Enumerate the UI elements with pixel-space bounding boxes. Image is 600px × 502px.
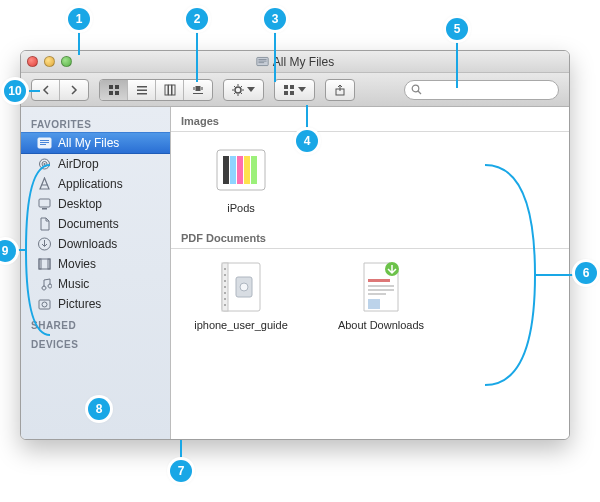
arrange-icon — [283, 84, 295, 96]
sidebar-item-desktop[interactable]: Desktop — [21, 194, 170, 214]
svg-rect-21 — [284, 91, 288, 95]
downloads-icon — [37, 237, 52, 251]
desktop-icon — [37, 197, 52, 211]
forward-button[interactable] — [60, 80, 88, 100]
file-item[interactable]: iphone_user_guide — [191, 259, 291, 331]
svg-rect-27 — [40, 140, 49, 141]
callout-line — [78, 30, 80, 55]
chevron-right-icon — [69, 85, 79, 95]
svg-rect-59 — [368, 279, 390, 282]
callout-9: 9 — [0, 240, 16, 262]
file-item[interactable]: About Downloads — [331, 259, 431, 331]
callout-5: 5 — [446, 18, 468, 40]
sidebar-item-label: Pictures — [58, 297, 101, 311]
svg-rect-11 — [165, 85, 168, 95]
svg-line-25 — [418, 91, 421, 94]
file-thumbnail — [213, 142, 269, 198]
callout-3: 3 — [264, 8, 286, 30]
svg-rect-15 — [193, 87, 195, 90]
list-icon — [136, 84, 148, 96]
zoom-button[interactable] — [61, 56, 72, 67]
svg-rect-62 — [368, 293, 386, 295]
arrange-menu-button[interactable] — [274, 79, 315, 101]
search-input[interactable] — [426, 84, 552, 96]
finder-window: All My Files — [20, 50, 570, 440]
svg-point-55 — [224, 304, 226, 306]
icon-view-button[interactable] — [100, 80, 128, 100]
svg-rect-14 — [196, 86, 201, 91]
callout-4: 4 — [296, 130, 318, 152]
window-body: FAVORITES All My Files AirDrop Applicati… — [21, 107, 569, 439]
file-label: iPods — [227, 202, 255, 214]
svg-rect-2 — [258, 61, 266, 62]
section-items: iphone_user_guide — [171, 253, 569, 341]
svg-rect-43 — [230, 156, 236, 184]
sidebar: FAVORITES All My Files AirDrop Applicati… — [21, 107, 171, 439]
svg-point-57 — [240, 283, 248, 291]
svg-rect-12 — [168, 85, 171, 95]
svg-rect-10 — [137, 93, 147, 95]
svg-rect-45 — [244, 156, 250, 184]
svg-rect-17 — [193, 93, 203, 94]
sidebar-item-downloads[interactable]: Downloads — [21, 234, 170, 254]
svg-point-18 — [235, 87, 241, 93]
svg-rect-60 — [368, 285, 394, 287]
documents-icon — [37, 217, 52, 231]
sidebar-item-movies[interactable]: Movies — [21, 254, 170, 274]
file-label: iphone_user_guide — [194, 319, 288, 331]
sidebar-item-label: Documents — [58, 217, 119, 231]
sidebar-item-documents[interactable]: Documents — [21, 214, 170, 234]
svg-rect-1 — [258, 59, 266, 60]
window-title: All My Files — [21, 55, 569, 69]
sidebar-item-label: AirDrop — [58, 157, 99, 171]
close-button[interactable] — [27, 56, 38, 67]
sidebar-item-all-my-files[interactable]: All My Files — [21, 132, 170, 154]
column-view-button[interactable] — [156, 80, 184, 100]
image-thumbnail-icon — [213, 142, 269, 198]
callout-2: 2 — [186, 8, 208, 30]
callout-10: 10 — [4, 80, 26, 102]
sidebar-item-label: Music — [58, 277, 89, 291]
callout-8: 8 — [88, 398, 110, 420]
svg-rect-22 — [290, 91, 294, 95]
svg-point-51 — [224, 280, 226, 282]
search-field[interactable] — [404, 80, 559, 100]
action-menu-button[interactable] — [223, 79, 264, 101]
sidebar-section-favorites: FAVORITES — [21, 113, 170, 132]
svg-rect-61 — [368, 289, 394, 291]
svg-rect-16 — [201, 87, 203, 90]
pdf-page-icon — [358, 259, 404, 315]
list-view-button[interactable] — [128, 80, 156, 100]
window-controls — [27, 56, 72, 67]
music-icon — [37, 277, 52, 291]
sidebar-item-applications[interactable]: Applications — [21, 174, 170, 194]
sidebar-item-label: Applications — [58, 177, 123, 191]
window-title-text: All My Files — [273, 55, 334, 69]
svg-rect-20 — [290, 85, 294, 89]
applications-icon — [37, 177, 52, 191]
sidebar-item-music[interactable]: Music — [21, 274, 170, 294]
file-item[interactable]: iPods — [191, 142, 291, 214]
titlebar: All My Files — [21, 51, 569, 73]
file-thumbnail — [353, 259, 409, 315]
svg-rect-33 — [39, 199, 50, 207]
sidebar-item-airdrop[interactable]: AirDrop — [21, 154, 170, 174]
share-button[interactable] — [325, 79, 355, 101]
coverflow-view-button[interactable] — [184, 80, 212, 100]
toolbar — [21, 73, 569, 107]
sidebar-item-label: Movies — [58, 257, 96, 271]
file-label: About Downloads — [338, 319, 424, 331]
minimize-button[interactable] — [44, 56, 55, 67]
sidebar-item-label: Desktop — [58, 197, 102, 211]
svg-rect-8 — [137, 86, 147, 88]
all-files-icon — [37, 136, 52, 150]
file-thumbnail — [213, 259, 269, 315]
pdf-booklet-icon — [216, 259, 266, 315]
svg-point-53 — [224, 292, 226, 294]
svg-point-32 — [44, 163, 46, 165]
callout-line — [274, 30, 276, 82]
sidebar-item-pictures[interactable]: Pictures — [21, 294, 170, 314]
svg-rect-39 — [39, 300, 50, 309]
callout-line — [306, 105, 308, 131]
sidebar-section-shared: SHARED — [21, 314, 170, 333]
